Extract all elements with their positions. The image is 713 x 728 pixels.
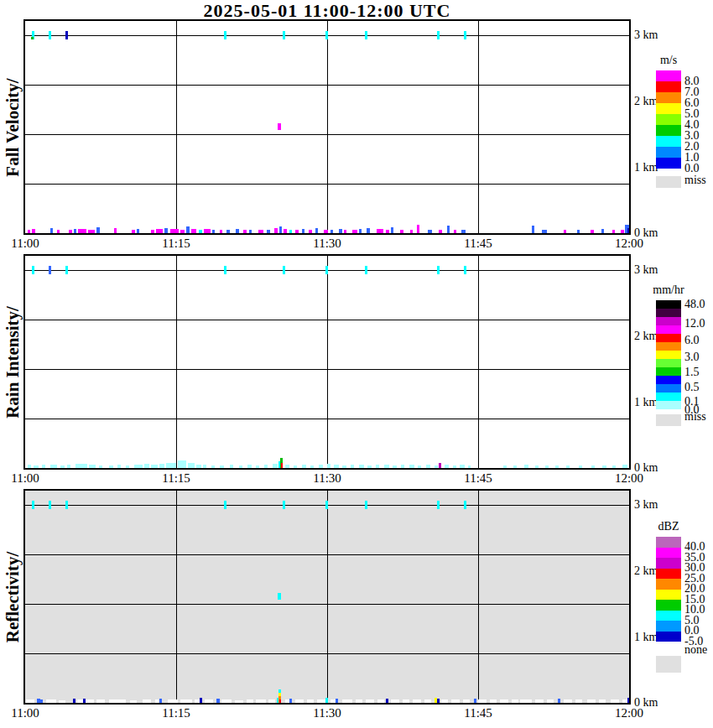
legend-tick-label: 48.0	[684, 298, 705, 311]
echo-surface	[330, 230, 333, 233]
echo-surface	[336, 699, 338, 703]
echo-surface	[295, 699, 304, 703]
time-gridline	[327, 21, 328, 233]
echo-surface	[564, 230, 566, 233]
time-tick-label: 12:00	[604, 706, 654, 720]
echo-surface	[289, 230, 292, 233]
echo-surface	[439, 463, 441, 468]
echo-surface	[109, 465, 113, 468]
echo-surface	[310, 465, 314, 468]
panel-ylabel-rain-intensity: Rain Intensity/	[3, 306, 23, 419]
time-tick-label: 11:30	[302, 471, 352, 486]
time-gridline	[176, 491, 177, 703]
echo-surface	[474, 699, 476, 703]
echo-surface	[164, 228, 168, 233]
echo-surface	[342, 465, 346, 468]
echo-surface	[591, 230, 594, 233]
legend-tick-label: 3.0	[684, 351, 700, 364]
legend-color-block	[656, 384, 681, 393]
echo-surface	[114, 228, 117, 233]
legend-color-block	[656, 590, 681, 601]
km-tick-label: 2 km	[634, 95, 658, 108]
echo-3km	[325, 266, 328, 274]
legend-color-block	[656, 81, 681, 92]
km-tick-label: 3 km	[634, 498, 658, 512]
echo-surface	[532, 226, 534, 233]
echo-surface	[359, 465, 364, 468]
echo-surface	[461, 230, 466, 233]
echo-surface	[151, 465, 158, 468]
echo-surface	[42, 465, 45, 468]
time-tick-label: 11:45	[453, 471, 503, 486]
echo-surface	[386, 230, 389, 233]
echo-surface	[503, 465, 507, 468]
echo-surface	[611, 699, 619, 703]
echo-surface	[46, 699, 56, 703]
echo-surface	[143, 699, 151, 703]
echo-surface	[599, 699, 606, 703]
echo-surface	[211, 465, 215, 468]
echo-surface	[307, 699, 314, 703]
panel-reflectivity	[23, 489, 631, 705]
echo-3km	[32, 266, 34, 274]
echo-surface	[451, 699, 460, 703]
echo-surface	[579, 465, 582, 468]
mrr-quicklook-chart: 2025-05-01 11:00-12:00 UTC Fall Velocity…	[0, 0, 713, 728]
echo-surface	[258, 230, 263, 233]
panel-rain-intensity	[23, 254, 631, 470]
echo-mid	[278, 123, 281, 130]
echo-surface	[401, 465, 404, 468]
echo-surface	[558, 699, 560, 703]
echo-surface	[512, 699, 518, 703]
echo-surface	[57, 230, 60, 233]
echo-surface	[295, 230, 299, 233]
echo-surface	[454, 230, 456, 233]
legend-color-block	[656, 611, 681, 621]
legend-color-block	[656, 367, 681, 376]
echo-surface	[367, 465, 372, 468]
echo-surface	[60, 465, 65, 468]
echo-surface	[545, 465, 549, 468]
echo-surface	[344, 230, 346, 233]
echo-surface	[435, 465, 438, 468]
echo-3km	[464, 31, 466, 39]
echo-surface	[126, 465, 129, 468]
legend-missing-block	[656, 414, 681, 426]
time-tick-label: 11:15	[151, 471, 201, 486]
echo-surface	[268, 699, 275, 703]
time-gridline	[327, 256, 328, 468]
echo-surface	[144, 464, 149, 468]
echo-surface	[319, 465, 323, 468]
echo-surface	[447, 226, 450, 233]
legend-color-block	[656, 114, 681, 125]
echo-surface	[520, 699, 532, 703]
echo-surface	[50, 228, 53, 233]
legend-color-block	[656, 300, 681, 309]
echo-surface	[555, 465, 559, 468]
echo-surface	[403, 699, 409, 703]
echo-surface	[279, 699, 281, 703]
echo-surface	[196, 465, 201, 468]
height-gridline	[25, 653, 629, 654]
echo-surface	[478, 699, 487, 703]
echo-surface	[441, 699, 448, 703]
time-tick-label: 11:30	[302, 237, 352, 251]
echo-surface	[622, 465, 627, 468]
echo-surface	[59, 700, 65, 703]
echo-surface	[601, 229, 604, 233]
echo-surface	[393, 465, 397, 468]
legend-color-block	[656, 558, 681, 569]
echo-surface	[188, 463, 195, 468]
echo-surface	[279, 226, 282, 233]
echo-surface	[204, 229, 211, 233]
echo-surface	[180, 230, 185, 233]
legend-color-block	[656, 334, 681, 342]
echo-surface	[334, 465, 339, 468]
echo-surface	[627, 698, 629, 703]
echo-surface	[28, 230, 30, 233]
echo-3km	[283, 266, 285, 274]
legend-missing-label: miss	[684, 410, 706, 424]
echo-3km	[325, 31, 328, 39]
echo-surface	[256, 465, 259, 468]
km-tick-label: 3 km	[634, 29, 658, 42]
